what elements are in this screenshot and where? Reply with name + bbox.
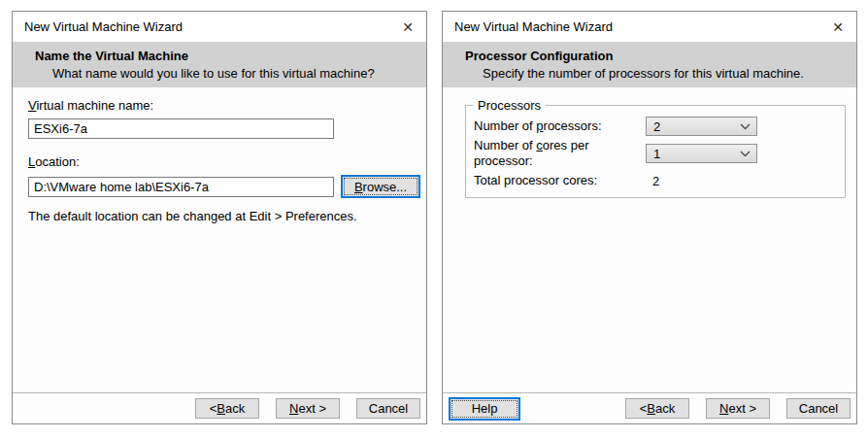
back-button[interactable]: < Back <box>625 398 689 419</box>
wizard-header: Processor Configuration Specify the numb… <box>443 42 856 87</box>
name-vm-wizard-dialog: New Virtual Machine Wizard ✕ Name the Vi… <box>12 11 427 424</box>
header-title: Name the Virtual Machine <box>35 49 426 64</box>
processors-count-dropdown[interactable]: 2 <box>646 117 757 136</box>
help-button[interactable]: Help <box>449 397 520 421</box>
processors-count-label: Number of processors: <box>474 118 646 134</box>
total-cores-value: 2 <box>646 174 659 188</box>
processor-config-wizard-dialog: New Virtual Machine Wizard ✕ Processor C… <box>442 11 857 424</box>
next-button[interactable]: Next > <box>706 398 770 419</box>
title-bar[interactable]: New Virtual Machine Wizard ✕ <box>443 12 856 42</box>
dialog-content: Virtual machine name: Location: Browse..… <box>13 98 426 224</box>
close-icon[interactable]: ✕ <box>827 17 849 38</box>
next-button[interactable]: Next > <box>276 398 340 419</box>
total-cores-label: Total processor cores: <box>474 173 646 188</box>
header-subtitle: Specify the number of processors for thi… <box>483 66 856 82</box>
default-location-hint: The default location can be changed at E… <box>28 209 420 224</box>
window-title: New Virtual Machine Wizard <box>24 19 183 34</box>
cancel-button[interactable]: Cancel <box>786 398 851 419</box>
groupbox-legend: Processors <box>473 98 546 113</box>
back-button[interactable]: < Back <box>195 398 259 419</box>
dialog-footer: Help < Back Next > Cancel <box>443 392 856 423</box>
location-input[interactable] <box>28 177 334 197</box>
vm-name-label: Virtual machine name: <box>28 98 420 114</box>
dropdown-selected-value: 1 <box>653 147 660 161</box>
header-subtitle: What name would you like to use for this… <box>52 66 426 82</box>
cores-per-processor-row: Number of cores per processor: 1 <box>474 140 837 167</box>
close-icon[interactable]: ✕ <box>397 17 418 38</box>
chevron-down-icon <box>740 123 751 130</box>
processors-count-row: Number of processors: 2 <box>474 113 837 140</box>
dialog-footer: < Back Next > Cancel <box>13 392 426 423</box>
desktop: { "colors": { "header_band": "#d1d1d1", … <box>0 0 868 439</box>
processors-groupbox: Processors Number of processors: 2 Numbe… <box>465 105 846 198</box>
browse-button[interactable]: Browse... <box>341 175 420 198</box>
location-row: Browse... <box>28 175 420 198</box>
cores-per-processor-dropdown[interactable]: 1 <box>646 144 757 163</box>
dialog-content: Processors Number of processors: 2 Numbe… <box>443 105 856 198</box>
vm-name-input[interactable] <box>28 118 334 139</box>
window-title: New Virtual Machine Wizard <box>454 19 613 34</box>
dropdown-selected-value: 2 <box>653 119 660 134</box>
total-cores-row: Total processor cores: 2 <box>474 167 837 194</box>
title-bar[interactable]: New Virtual Machine Wizard ✕ <box>13 12 426 42</box>
header-title: Processor Configuration <box>465 49 856 64</box>
location-label: Location: <box>28 154 420 170</box>
cores-per-processor-label: Number of cores per processor: <box>474 138 646 169</box>
cancel-button[interactable]: Cancel <box>356 398 420 419</box>
chevron-down-icon <box>740 151 751 157</box>
wizard-header: Name the Virtual Machine What name would… <box>13 42 426 87</box>
